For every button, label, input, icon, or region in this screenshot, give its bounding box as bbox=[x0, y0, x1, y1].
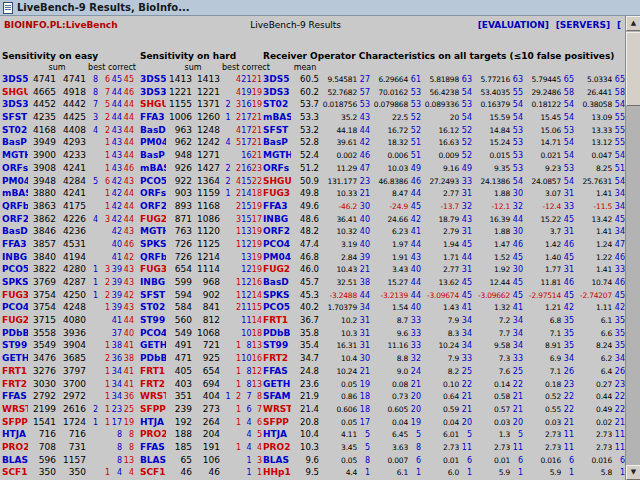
vertical-scrollbar[interactable]: ▲ ▼ bbox=[625, 16, 640, 480]
servers-link[interactable]: [SERVERS] bbox=[556, 20, 610, 30]
server-link[interactable]: FRT2 bbox=[140, 378, 166, 391]
server-link[interactable]: SPKS bbox=[263, 289, 291, 302]
server-link[interactable]: BasD bbox=[2, 225, 28, 238]
server-link[interactable]: SFST bbox=[263, 124, 291, 137]
server-link[interactable]: HTJA bbox=[2, 428, 28, 441]
server-link[interactable]: FFA3 bbox=[2, 238, 28, 251]
server-link[interactable]: SFPP bbox=[263, 416, 291, 429]
server-link[interactable]: INBG bbox=[2, 251, 28, 264]
server-link[interactable]: ST99 bbox=[2, 339, 28, 352]
server-link[interactable]: PM04 bbox=[140, 136, 166, 149]
server-link[interactable]: BasD bbox=[140, 124, 166, 137]
server-link[interactable]: PCO5 bbox=[263, 301, 291, 314]
server-link[interactable]: PRO2 bbox=[263, 441, 291, 454]
server-link[interactable]: PCO5 bbox=[2, 263, 28, 276]
server-link[interactable]: 3DS3 bbox=[140, 86, 166, 99]
server-link[interactable]: ST02 bbox=[2, 124, 28, 137]
server-link[interactable]: HTJA bbox=[263, 428, 291, 441]
server-link[interactable]: 3DS5 bbox=[263, 73, 291, 86]
server-link[interactable]: PDbB bbox=[263, 327, 291, 340]
server-link[interactable]: GETH bbox=[140, 339, 166, 352]
server-link[interactable]: PDbB bbox=[140, 352, 166, 365]
server-link[interactable]: PCO4 bbox=[2, 301, 28, 314]
evaluation-link[interactable]: [EVALUATION] bbox=[478, 20, 549, 30]
server-link[interactable]: mBAS bbox=[2, 187, 28, 200]
server-link[interactable]: SPKS bbox=[2, 276, 28, 289]
server-link[interactable]: ST99 bbox=[263, 339, 291, 352]
server-link[interactable]: BasP bbox=[2, 136, 28, 149]
server-link[interactable]: SHGU bbox=[263, 175, 291, 188]
scroll-up-button[interactable]: ▲ bbox=[626, 16, 640, 31]
server-link[interactable]: FFAS bbox=[2, 390, 28, 403]
server-link[interactable]: FRT2 bbox=[263, 352, 291, 365]
server-link[interactable]: ORFs bbox=[140, 187, 166, 200]
server-link[interactable]: INBG bbox=[140, 276, 166, 289]
server-link[interactable]: BasP bbox=[140, 149, 166, 162]
server-link[interactable]: FRT1 bbox=[140, 365, 166, 378]
server-link[interactable]: QRFb bbox=[2, 200, 28, 213]
scrollbar-thumb[interactable] bbox=[626, 32, 640, 106]
server-link[interactable]: ST99 bbox=[140, 314, 166, 327]
server-link[interactable]: ORFs bbox=[263, 162, 291, 175]
server-link[interactable]: FUG3 bbox=[2, 289, 28, 302]
server-link[interactable]: WRST bbox=[263, 403, 291, 416]
server-link[interactable]: PM04 bbox=[2, 175, 28, 188]
server-link[interactable]: PM04 bbox=[263, 251, 291, 264]
server-link[interactable]: PRO2 bbox=[2, 441, 28, 454]
server-link[interactable]: PRO2 bbox=[140, 428, 166, 441]
server-link[interactable]: SFPP bbox=[2, 416, 28, 429]
server-link[interactable]: INBG bbox=[263, 213, 291, 226]
server-link[interactable]: FRT1 bbox=[263, 314, 291, 327]
server-link[interactable]: BasP bbox=[263, 136, 291, 149]
window-titlebar[interactable]: LiveBench-9 Results, BioInfo... bbox=[0, 0, 640, 16]
partial-link[interactable]: [ bbox=[617, 20, 621, 30]
server-link[interactable]: FFAS bbox=[140, 441, 166, 454]
server-link[interactable]: GETH bbox=[263, 378, 291, 391]
server-link[interactable]: FFAS bbox=[263, 365, 291, 378]
server-link[interactable]: FRT2 bbox=[2, 378, 28, 391]
server-link[interactable]: ST02 bbox=[140, 301, 166, 314]
server-link[interactable]: BasD bbox=[263, 276, 291, 289]
server-link[interactable]: ORF2 bbox=[2, 213, 28, 226]
server-link[interactable]: GETH bbox=[2, 352, 28, 365]
server-link[interactable]: PCO4 bbox=[140, 327, 166, 340]
scroll-down-button[interactable]: ▼ bbox=[626, 465, 640, 480]
server-link[interactable]: SPKS bbox=[140, 238, 166, 251]
server-link[interactable]: FFA3 bbox=[263, 200, 291, 213]
server-link[interactable]: WRST bbox=[2, 403, 28, 416]
server-link[interactable]: FUG2 bbox=[2, 314, 28, 327]
server-link[interactable]: WRST bbox=[140, 390, 166, 403]
server-link[interactable]: mBAS bbox=[263, 111, 291, 124]
server-link[interactable]: SHGU bbox=[2, 86, 28, 99]
server-link[interactable]: FUG3 bbox=[140, 263, 166, 276]
server-link[interactable]: SHGU bbox=[140, 98, 166, 111]
server-link[interactable]: PCO4 bbox=[263, 238, 291, 251]
server-link[interactable]: ORF2 bbox=[263, 225, 291, 238]
server-link[interactable]: FFA3 bbox=[140, 111, 166, 124]
server-link[interactable]: MGTH bbox=[263, 149, 291, 162]
server-link[interactable]: BLAS bbox=[140, 454, 166, 467]
server-link[interactable]: MGTH bbox=[140, 225, 166, 238]
server-link[interactable]: SFAM bbox=[263, 390, 291, 403]
server-link[interactable]: PCO5 bbox=[140, 175, 166, 188]
server-link[interactable]: ST02 bbox=[263, 98, 291, 111]
server-link[interactable]: SCF1 bbox=[2, 466, 28, 479]
server-link[interactable]: SFPP bbox=[140, 403, 166, 416]
server-link[interactable]: FRT1 bbox=[2, 365, 28, 378]
server-link[interactable]: BLAS bbox=[263, 454, 291, 467]
server-link[interactable]: HTJA bbox=[140, 416, 166, 429]
server-link[interactable]: 3DS5 bbox=[140, 73, 166, 86]
server-link[interactable]: 3DS3 bbox=[263, 86, 291, 99]
server-link[interactable]: QRFb bbox=[140, 251, 166, 264]
server-link[interactable]: SFST bbox=[2, 111, 28, 124]
server-link[interactable]: FUG2 bbox=[140, 213, 166, 226]
server-link[interactable]: PDbB bbox=[2, 327, 28, 340]
server-link[interactable]: HHp1 bbox=[263, 466, 291, 479]
server-link[interactable]: 3DS5 bbox=[2, 73, 28, 86]
server-link[interactable]: 3DS3 bbox=[2, 98, 28, 111]
server-link[interactable]: FUG2 bbox=[263, 263, 291, 276]
server-link[interactable]: SFST bbox=[140, 289, 166, 302]
server-link[interactable]: MGTH bbox=[2, 149, 28, 162]
server-link[interactable]: mBAS bbox=[140, 162, 166, 175]
server-link[interactable]: ORF2 bbox=[140, 200, 166, 213]
